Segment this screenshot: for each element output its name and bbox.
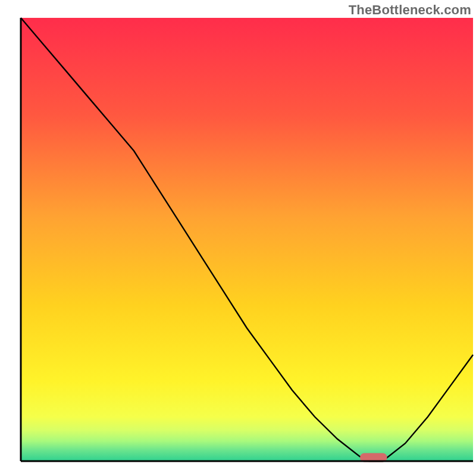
plot-background [21,18,473,461]
chart-svg [0,0,476,476]
chart-container: TheBottleneck.com [0,0,476,476]
watermark: TheBottleneck.com [349,2,471,18]
